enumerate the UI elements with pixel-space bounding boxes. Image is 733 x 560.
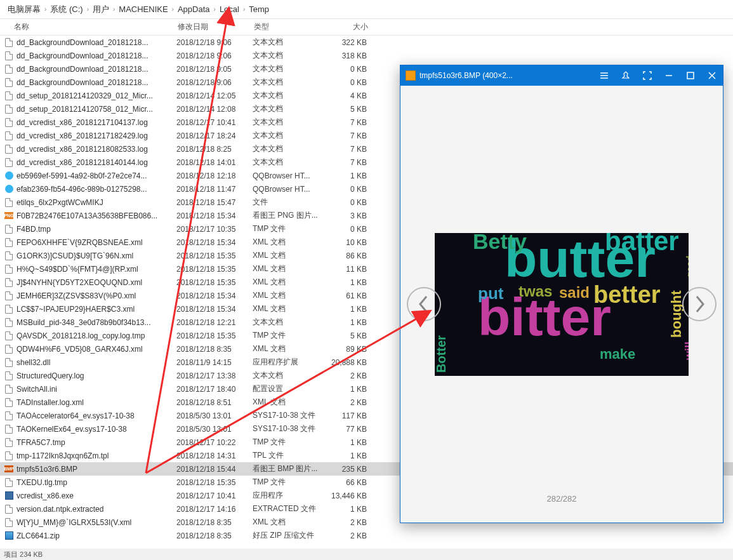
image-preview: butterbitterbatterBettybettersaidtwasput…: [435, 233, 689, 376]
file-size: 1 KB: [329, 171, 380, 180]
file-date: 2018/12/18 15:34: [176, 291, 253, 300]
file-size: 86 KB: [329, 251, 380, 260]
file-date: 2018/12/17 13:38: [176, 371, 253, 380]
file-name: F4BD.tmp: [17, 225, 176, 234]
maximize-button[interactable]: [680, 65, 701, 86]
file-icon: [4, 157, 14, 168]
file-icon: [4, 77, 14, 88]
file-name: LC$$7~IPAJEUP29}HAER$C3.xml: [17, 305, 176, 314]
minimize-button[interactable]: [658, 65, 680, 86]
file-type: TMP 文件: [253, 223, 329, 234]
file-size: 13,446 KB: [329, 491, 380, 500]
bmp-icon: BMP: [4, 464, 14, 474]
file-date: 2018/12/14 12:05: [176, 91, 253, 100]
file-date: 2018/12/18 8:35: [176, 531, 253, 540]
file-icon: [4, 357, 14, 368]
col-name[interactable]: 名称: [0, 22, 178, 32]
breadcrumb-item[interactable]: Temp: [246, 4, 272, 14]
breadcrumb-item[interactable]: AppData: [175, 4, 213, 14]
file-icon: [4, 51, 14, 61]
breadcrumb-item[interactable]: 系统 (C:): [48, 4, 85, 15]
file-date: 2018/12/17 10:22: [176, 438, 253, 447]
file-date: 2018/12/18 11:47: [176, 185, 253, 194]
table-row[interactable]: ZLC6641.zip2018/12/18 8:35好压 ZIP 压缩文件2 K…: [0, 529, 733, 542]
chevron-right-icon: ›: [242, 6, 246, 13]
file-icon: [4, 317, 14, 328]
file-date: 2018/12/18 12:21: [176, 318, 253, 327]
file-icon: [4, 264, 14, 274]
file-size: 7 KB: [329, 158, 380, 167]
file-icon: [4, 144, 14, 154]
file-date: 2018/12/17 18:24: [176, 131, 253, 140]
chevron-right-icon: ›: [86, 6, 90, 13]
file-size: 5 KB: [329, 105, 380, 114]
svg-marker-3: [623, 72, 629, 78]
file-icon: [4, 344, 14, 354]
file-size: 7 KB: [329, 145, 380, 154]
file-size: 1 KB: [329, 451, 380, 460]
close-button[interactable]: [701, 65, 723, 86]
table-row[interactable]: dd_BackgroundDownload_20181218...2018/12…: [0, 36, 733, 49]
file-date: 2018/12/18 8:25: [176, 145, 253, 154]
file-icon: [4, 384, 14, 394]
file-date: 2018/12/18 8:35: [176, 518, 253, 527]
file-type: 文本文档: [253, 317, 329, 328]
file-type: 文本文档: [253, 77, 329, 88]
col-date[interactable]: 修改日期: [178, 22, 254, 32]
file-size: 1 KB: [329, 305, 380, 314]
viewer-app-icon: [406, 70, 416, 81]
file-name: TAOKernelEx64_ev.sys17-10-38: [17, 425, 176, 434]
col-type[interactable]: 类型: [254, 22, 330, 32]
file-type: 文本文档: [253, 130, 329, 141]
fullscreen-button[interactable]: [637, 65, 658, 86]
file-size: 5 KB: [329, 331, 380, 340]
breadcrumb-item[interactable]: Local: [217, 4, 242, 14]
file-icon: [4, 477, 14, 488]
pin-button[interactable]: [615, 65, 637, 86]
file-type: 文本文档: [253, 117, 329, 128]
file-date: 2018/12/17 18:40: [176, 385, 253, 394]
table-row[interactable]: dd_BackgroundDownload_20181218...2018/12…: [0, 49, 733, 62]
file-icon: [4, 291, 14, 301]
viewer-titlebar[interactable]: tmpfs51o3r6.BMP (400×2...: [400, 65, 723, 86]
file-name: dd_BackgroundDownload_20181218...: [17, 78, 176, 87]
file-name: dd_BackgroundDownload_20181218...: [17, 65, 176, 74]
prev-image-button[interactable]: [407, 287, 441, 321]
file-date: 2018/5/30 13:01: [176, 411, 253, 420]
breadcrumb-item[interactable]: 电脑屏幕: [5, 4, 43, 15]
file-type: 文本文档: [253, 63, 329, 74]
file-date: 2018/12/17 10:41: [176, 118, 253, 127]
file-type: 文本文档: [253, 90, 329, 101]
file-type: SYS17-10-38 文件: [253, 423, 329, 434]
image-viewer-window[interactable]: tmpfs51o3r6.BMP (400×2... butterbitterba…: [400, 65, 723, 523]
file-name: F0B72B2476E107A13A35638BFEB086...: [17, 211, 176, 220]
menu-button[interactable]: [593, 65, 615, 86]
file-type: 看图王 PNG 图片...: [253, 210, 329, 221]
file-size: 7 KB: [329, 131, 380, 140]
next-image-button[interactable]: [682, 287, 716, 321]
file-icon: [4, 237, 14, 248]
file-icon: [4, 104, 14, 114]
file-type: XML 文档: [253, 250, 329, 261]
file-icon: [4, 504, 14, 514]
file-type: TMP 文件: [253, 437, 329, 448]
file-name: dd_vcredist_x86_20181218140144.log: [17, 158, 176, 167]
svg-rect-5: [687, 72, 694, 79]
file-date: 2018/12/17 10:41: [176, 491, 253, 500]
file-icon: [4, 397, 14, 408]
breadcrumb: 电脑屏幕›系统 (C:)›用户›MACHENIKE›AppData›Local›…: [0, 0, 733, 19]
status-bar: 项目 234 KB: [0, 549, 733, 560]
wordcloud-word: make: [600, 347, 635, 361]
chevron-right-icon: ›: [213, 6, 217, 13]
breadcrumb-item[interactable]: 用户: [90, 4, 112, 15]
file-name: dd_setup_20181214120758_012_Micr...: [17, 105, 176, 114]
file-size: 66 KB: [329, 478, 380, 487]
file-size: 1 KB: [329, 385, 380, 394]
file-date: 2018/12/18 8:35: [176, 345, 253, 354]
file-size: 10 KB: [329, 238, 380, 247]
col-size[interactable]: 大小: [330, 22, 381, 32]
file-name: shell32.dll: [17, 358, 176, 367]
file-icon: [4, 331, 14, 341]
file-date: 2018/12/18 15:34: [176, 238, 253, 247]
breadcrumb-item[interactable]: MACHENIKE: [116, 4, 170, 14]
